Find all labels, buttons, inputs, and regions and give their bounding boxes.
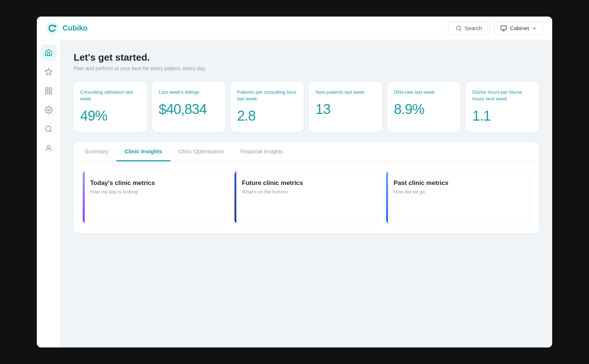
svg-rect-5: [45, 88, 47, 90]
category-card-subtitle: How my day is looking: [90, 189, 219, 195]
tab-item[interactable]: Clinic Insights: [116, 142, 170, 161]
svg-point-0: [46, 22, 59, 35]
svg-rect-3: [501, 26, 507, 30]
logo-area: Cubiko: [46, 22, 88, 35]
svg-rect-7: [45, 92, 47, 94]
page-subtitle: Plan and perform at your best for every …: [74, 65, 539, 71]
logo-text: Cubiko: [63, 24, 88, 32]
category-card[interactable]: Future clinic metrics What's on the hori…: [234, 170, 378, 224]
page-title: Let's get started.: [74, 52, 539, 63]
metrics-row: Consulting utilisation last week 49% Las…: [74, 82, 539, 132]
metric-card[interactable]: Last week's billings $40,834: [152, 82, 225, 132]
metric-label: Patients per consulting hour last week: [237, 89, 297, 102]
grid-icon: [45, 87, 53, 95]
chevron-down-icon: [532, 26, 537, 31]
metric-card[interactable]: Patients per consulting hour last week 2…: [230, 82, 304, 132]
svg-marker-4: [45, 68, 52, 75]
metric-card[interactable]: Doctor hours per Nurse hours next week 1…: [466, 82, 539, 132]
logo-icon: [46, 22, 59, 35]
sidebar-item-settings[interactable]: [40, 102, 57, 118]
sidebar-item-profile[interactable]: [40, 140, 57, 156]
category-card-title: Past clinic metrics: [394, 179, 522, 187]
svg-point-2: [456, 26, 461, 30]
star-icon: [45, 68, 53, 76]
user-icon: [45, 144, 53, 152]
metric-value: 2.8: [237, 108, 297, 124]
metric-value: $40,834: [159, 101, 219, 117]
search-button[interactable]: Search: [448, 22, 490, 35]
sidebar-item-search[interactable]: [40, 121, 57, 137]
cabinet-button[interactable]: Cabinet: [494, 22, 543, 35]
metric-card[interactable]: Consulting utilisation last week 49%: [74, 82, 147, 132]
cabinet-icon: [500, 25, 507, 32]
category-card-subtitle: What's on the horizon: [242, 189, 371, 195]
metric-label: Doctor hours per Nurse hours next week: [472, 89, 532, 102]
sidebar-item-favourites[interactable]: [40, 64, 57, 80]
metric-value: 13: [315, 101, 375, 117]
metric-value: 8.9%: [394, 101, 454, 117]
cabinet-label: Cabinet: [510, 25, 529, 31]
search-label: Search: [465, 25, 482, 31]
sidebar: [37, 40, 60, 347]
sidebar-item-dashboard[interactable]: [40, 83, 57, 99]
tab-item[interactable]: Clinic Optimisation: [170, 142, 232, 161]
category-card-title: Today's clinic metrics: [90, 179, 219, 187]
tab-item[interactable]: Financial Insights: [232, 142, 291, 161]
search-icon: [456, 25, 462, 31]
tabs-section: SummaryClinic InsightsClinic Optimisatio…: [74, 142, 539, 233]
metric-value: 49%: [80, 108, 140, 124]
metric-label: Consulting utilisation last week: [80, 89, 140, 102]
category-card-title: Future clinic metrics: [242, 179, 371, 187]
metric-card[interactable]: New patients last week 13: [309, 82, 382, 132]
svg-point-11: [47, 146, 50, 148]
metric-label: Last week's billings: [159, 89, 219, 96]
tab-item[interactable]: Summary: [77, 142, 116, 161]
metric-label: DNA rate last week: [394, 89, 454, 96]
metric-value: 1.1: [472, 108, 532, 124]
sidebar-item-home[interactable]: [40, 44, 57, 61]
metric-card[interactable]: DNA rate last week 8.9%: [387, 82, 461, 132]
category-card[interactable]: Today's clinic metrics How my day is loo…: [82, 170, 227, 224]
header-actions: Search Cabinet: [448, 22, 543, 35]
search-nav-icon: [45, 125, 53, 133]
category-card-subtitle: How did we go: [394, 189, 522, 195]
svg-point-9: [47, 109, 50, 111]
home-icon: [45, 49, 53, 57]
svg-rect-6: [49, 88, 51, 90]
svg-point-1: [54, 25, 56, 27]
main-content: Let's get started. Plan and perform at y…: [60, 40, 552, 347]
metric-label: New patients last week: [315, 89, 375, 96]
settings-icon: [45, 106, 53, 114]
app-header: Cubiko Search Cabinet: [37, 17, 552, 40]
svg-rect-8: [49, 92, 51, 94]
category-card[interactable]: Past clinic metrics How did we go: [386, 170, 530, 224]
tabs-bar: SummaryClinic InsightsClinic Optimisatio…: [74, 142, 539, 161]
category-cards: Today's clinic metrics How my day is loo…: [74, 161, 539, 233]
main-layout: Let's get started. Plan and perform at y…: [37, 40, 552, 347]
svg-point-10: [45, 126, 51, 132]
